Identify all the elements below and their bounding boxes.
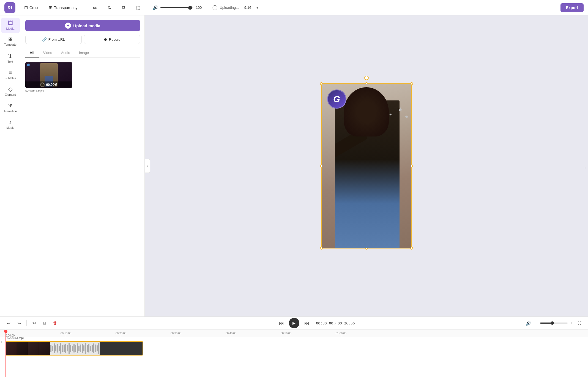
tab-all[interactable]: All — [25, 48, 39, 58]
timeline-divider — [26, 320, 27, 326]
text-icon: T — [8, 53, 12, 59]
star-decoration-3: ★ — [389, 113, 392, 117]
ratio-dropdown-icon[interactable]: ▼ — [256, 6, 259, 10]
tab-video[interactable]: Video — [39, 48, 57, 58]
sidebar-transition-label: Transition — [4, 110, 17, 113]
media-icon: 🖼 — [8, 20, 13, 26]
uploading-label: Uploading... — [220, 6, 239, 10]
timeline-controls: ↩ ↪ ✂ ⊟ 🗑 ⏮ ▶ ⏭ 00:00.00 / 00:26.56 🔊 － — [0, 317, 588, 330]
cut-button[interactable]: ✂ — [30, 319, 38, 327]
skip-forward-button[interactable]: ⏭ — [303, 319, 311, 327]
wave-bar-3 — [54, 343, 55, 353]
rotate-handle[interactable] — [364, 76, 369, 80]
tab-image[interactable]: Image — [75, 48, 93, 58]
split-timeline-button[interactable]: ⊟ — [40, 319, 49, 327]
zoom-fill — [540, 323, 551, 324]
volume-value: 100 — [196, 6, 203, 10]
zoom-slider[interactable] — [540, 323, 568, 324]
transparency-label: Transparency — [54, 6, 77, 10]
media-item[interactable]: 90.00% 6265961.mp4 — [25, 62, 72, 92]
crop-button[interactable]: ⊡ Crop — [21, 3, 41, 12]
split-button[interactable]: ⧉ — [119, 4, 128, 12]
transparency-button[interactable]: ⊞ Transparency — [45, 3, 81, 12]
wave-bar-28 — [95, 345, 96, 353]
zoom-control: － ＋ — [535, 321, 573, 326]
track-chip-inner[interactable] — [6, 341, 143, 356]
undo-button[interactable]: ↩ — [4, 319, 13, 327]
zoom-in-button[interactable]: ＋ — [569, 321, 573, 326]
redo-button[interactable]: ↪ — [15, 319, 23, 327]
record-icon: ⏺ — [103, 37, 107, 42]
track-number: 1 — [1, 341, 2, 344]
sidebar-template-label: Template — [4, 43, 17, 46]
sidebar-item-transition[interactable]: ⧩ Transition — [1, 100, 20, 116]
aspect-ratio: 9:16 — [244, 6, 251, 10]
delete-button[interactable]: 🗑 — [51, 319, 59, 327]
toolbar-right: Export — [560, 3, 584, 12]
volume-knob — [188, 6, 192, 10]
volume-timeline-button[interactable]: 🔊 — [524, 319, 532, 327]
track-clip[interactable]: 6265961.mp4 — [6, 341, 143, 356]
toolbar-divider-2 — [148, 4, 148, 11]
template-icon: ⊞ — [8, 37, 12, 42]
upload-media-button[interactable]: + Upload media — [25, 20, 140, 31]
chevron-down-icon[interactable]: › — [585, 166, 586, 170]
ruler-mark-10: 00:10.00 — [61, 332, 71, 337]
wave-bar-18 — [78, 346, 80, 351]
record-label: Record — [109, 37, 121, 42]
zoom-knob — [551, 321, 554, 325]
volume-slider[interactable] — [160, 7, 193, 8]
sidebar-element-label: Element — [5, 93, 16, 96]
wave-bar-21 — [83, 345, 84, 351]
media-thumbnail[interactable]: 90.00% — [25, 62, 72, 88]
sidebar-item-text[interactable]: T Text — [1, 50, 20, 66]
wave-bar-9 — [64, 345, 65, 353]
timecode-separator: / — [334, 321, 337, 325]
flip-h-button[interactable]: ⇆ — [90, 3, 100, 12]
fullscreen-button[interactable]: ⛶ — [575, 319, 584, 327]
wave-bar-26 — [92, 345, 93, 352]
export-button[interactable]: Export — [560, 3, 584, 12]
media-grid: 90.00% 6265961.mp4 — [25, 62, 140, 92]
record-button[interactable]: ⏺ Record — [84, 35, 140, 44]
upload-spinner — [212, 5, 217, 10]
wave-bar-12 — [69, 343, 70, 354]
timecode-display: 00:00.00 / 00:26.56 — [316, 321, 355, 325]
ruler-mark-50: 00:50.00 — [281, 332, 291, 337]
from-url-button[interactable]: 🔗 From URL — [25, 35, 82, 44]
sidebar-item-music[interactable]: ♪ Music — [1, 117, 20, 132]
flip-v-button[interactable]: ⇅ — [104, 3, 114, 12]
wave-bar-23 — [87, 345, 88, 352]
zoom-out-button[interactable]: － — [535, 321, 538, 326]
media-filename: 6265961.mp4 — [25, 89, 72, 92]
bottom-section: ↩ ↪ ✂ ⊟ 🗑 ⏮ ▶ ⏭ 00:00.00 / 00:26.56 🔊 － — [0, 316, 588, 377]
app-logo[interactable]: m — [4, 2, 15, 13]
timeline-playhead[interactable] — [6, 330, 6, 337]
sidebar-item-subtitles[interactable]: ≡ Subtitles — [1, 67, 20, 83]
collapse-panel-button[interactable]: ‹ — [145, 159, 150, 173]
wave-bar-2 — [52, 346, 53, 351]
element-icon: ◇ — [8, 86, 12, 92]
volume-fill — [160, 7, 188, 8]
crop2-button[interactable]: ⬚ — [133, 3, 144, 12]
uploading-status: Uploading... — [212, 5, 239, 10]
play-pause-button[interactable]: ▶ — [289, 318, 299, 328]
frame-2 — [17, 341, 28, 356]
sidebar-item-template[interactable]: ⊞ Template — [1, 34, 20, 49]
ruler-mark-60: 01:00.00 — [336, 332, 346, 337]
canvas-right-hint: › — [585, 166, 586, 170]
tab-audio[interactable]: Audio — [57, 48, 75, 58]
from-url-label: From URL — [48, 37, 65, 42]
upload-media-label: Upload media — [73, 23, 100, 28]
skip-back-button[interactable]: ⏮ — [277, 319, 286, 327]
music-icon: ♪ — [9, 119, 12, 125]
logo-letter: m — [7, 4, 12, 11]
star-decoration-2: ★ — [405, 114, 409, 119]
sidebar-item-element[interactable]: ◇ Element — [1, 84, 20, 99]
video-canvas[interactable]: G ★ ★ ★ — [321, 83, 412, 248]
upload-plus-icon: + — [65, 23, 71, 29]
media-tabs: All Video Audio Image — [25, 48, 140, 58]
flip-v-icon: ⇅ — [108, 5, 111, 10]
sidebar-item-media[interactable]: 🖼 Media — [1, 18, 20, 33]
wave-bar-6 — [59, 346, 60, 351]
